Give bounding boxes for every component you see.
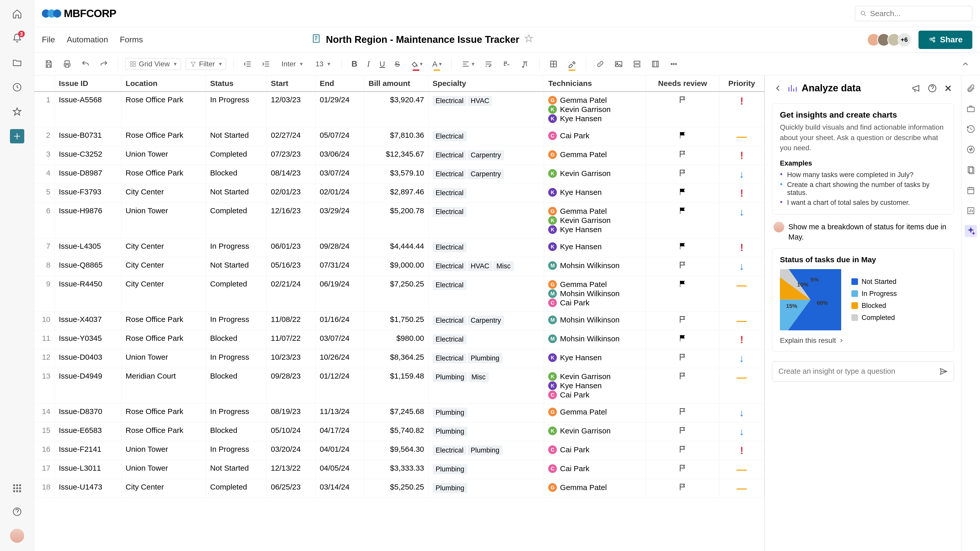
- table-row[interactable]: 2Issue-B0731Rose Office ParkNot Started0…: [34, 127, 764, 146]
- history-icon[interactable]: [965, 123, 977, 135]
- more-collaborators[interactable]: +6: [897, 33, 911, 46]
- format-icon[interactable]: [500, 57, 514, 71]
- svg-rect-12: [313, 35, 319, 42]
- table-row[interactable]: 9Issue-R4450City CenterCompleted02/21/24…: [34, 276, 764, 311]
- highlight-icon[interactable]: [565, 57, 579, 71]
- filter-button[interactable]: Filter: [186, 58, 226, 70]
- svg-point-2: [16, 485, 18, 486]
- avatar-stack[interactable]: +6: [870, 33, 911, 46]
- strikethrough-icon[interactable]: S: [392, 57, 402, 71]
- borders-icon[interactable]: [547, 57, 560, 71]
- menu-file[interactable]: File: [42, 35, 55, 44]
- table-row[interactable]: 15Issue-E6583Rose Office ParkBlocked05/1…: [34, 422, 764, 441]
- search-input[interactable]: [870, 9, 967, 18]
- example-3[interactable]: I want a chart of total sales by custome…: [780, 198, 946, 208]
- chart-result-card: Status of tasks due in May 60%15%10%5% N…: [772, 248, 954, 351]
- document-title-text[interactable]: North Region - Maintenance Issue Tracker: [326, 34, 519, 45]
- redo-icon[interactable]: [97, 57, 111, 71]
- recents-icon[interactable]: [10, 80, 24, 94]
- bold-icon[interactable]: B: [349, 57, 360, 71]
- insight-input[interactable]: [778, 367, 939, 375]
- insert-row-icon[interactable]: [630, 57, 644, 71]
- image-icon[interactable]: [612, 57, 625, 71]
- menu-automation[interactable]: Automation: [67, 35, 108, 44]
- user-avatar[interactable]: [10, 528, 25, 543]
- table-row[interactable]: 18Issue-U1473City CenterCompleted06/25/2…: [34, 479, 764, 498]
- font-size-selector[interactable]: 13: [311, 59, 334, 70]
- table-row[interactable]: 1Issue-A5568Rose Office ParkIn Progress1…: [34, 92, 764, 127]
- docs-icon[interactable]: [965, 164, 977, 176]
- pie-chart: 60%15%10%5%: [780, 269, 841, 330]
- example-1[interactable]: How many tasks were completed in July?: [780, 170, 946, 180]
- font-selector[interactable]: Inter: [277, 59, 307, 70]
- save-icon[interactable]: [42, 57, 56, 71]
- svg-point-8: [16, 491, 18, 492]
- notifications-icon[interactable]: 3: [10, 31, 24, 45]
- insights-intro-card: Get insights and create charts Quickly b…: [772, 103, 954, 214]
- more-icon[interactable]: [667, 57, 681, 71]
- ai-sparkle-icon[interactable]: [965, 225, 977, 237]
- text-color-icon[interactable]: A: [430, 57, 444, 71]
- data-grid[interactable]: Issue IDLocationStatusStartEndBill amoun…: [34, 76, 765, 551]
- undo-icon[interactable]: [79, 57, 92, 71]
- table-row[interactable]: 16Issue-F2141Union TowerIn Progress03/20…: [34, 441, 764, 460]
- example-2[interactable]: Create a chart showing the number of tas…: [780, 180, 946, 198]
- table-row[interactable]: 7Issue-L4305City CenterIn Progress06/01/…: [34, 238, 764, 257]
- view-selector[interactable]: Grid View: [125, 58, 181, 70]
- collapse-toolbar-icon[interactable]: [959, 57, 972, 71]
- table-row[interactable]: 17Issue-L3011Union TowerNot Started12/13…: [34, 460, 764, 479]
- insight-input-box[interactable]: [772, 361, 954, 382]
- bucket-color-icon[interactable]: [407, 57, 425, 71]
- print-icon[interactable]: [60, 57, 74, 71]
- left-nav-rail: 3: [0, 0, 34, 551]
- outdent-icon[interactable]: [241, 57, 255, 71]
- table-row[interactable]: 3Issue-C3252Union TowerCompleted07/23/23…: [34, 146, 764, 165]
- wrap-icon[interactable]: [482, 57, 495, 71]
- table-row[interactable]: 14Issue-D8370Rose Office ParkIn Progress…: [34, 403, 764, 422]
- help-icon[interactable]: [10, 505, 24, 519]
- apps-icon[interactable]: [10, 481, 24, 495]
- align-icon[interactable]: [459, 57, 477, 71]
- table-row[interactable]: 8Issue-Q8865City CenterNot Started05/16/…: [34, 257, 764, 276]
- chart-title: Status of tasks due in May: [780, 256, 946, 264]
- attachments-icon[interactable]: [965, 82, 977, 94]
- reports-icon[interactable]: [965, 205, 977, 217]
- table-row[interactable]: 11Issue-Y0345Rose Office ParkBlocked11/0…: [34, 330, 764, 349]
- table-row[interactable]: 4Issue-D8987Rose Office ParkBlocked08/14…: [34, 165, 764, 184]
- back-icon[interactable]: [773, 83, 783, 93]
- panel-help-icon[interactable]: [928, 83, 937, 93]
- menu-forms[interactable]: Forms: [120, 35, 143, 44]
- calendar-icon[interactable]: [965, 184, 977, 197]
- close-icon[interactable]: [943, 83, 953, 93]
- send-icon[interactable]: [939, 367, 948, 376]
- home-icon[interactable]: [10, 6, 24, 21]
- share-button[interactable]: Share: [918, 30, 972, 49]
- folder-icon[interactable]: [10, 56, 24, 70]
- clear-format-icon[interactable]: [518, 57, 532, 71]
- megaphone-icon[interactable]: [912, 83, 921, 93]
- link-icon[interactable]: [593, 57, 607, 71]
- star-icon[interactable]: [524, 34, 534, 46]
- italic-icon[interactable]: I: [364, 57, 372, 71]
- table-row[interactable]: 10Issue-X4037Rose Office ParkIn Progress…: [34, 311, 764, 330]
- explain-result-link[interactable]: Explain this result: [780, 337, 946, 345]
- favorites-icon[interactable]: [10, 105, 24, 119]
- table-row[interactable]: 12Issue-D0403Union TowerIn Progress10/23…: [34, 349, 764, 368]
- brand-name: MBFCORP: [64, 7, 116, 20]
- table-row[interactable]: 13Issue-D4949Meridian CourtBlocked09/28/…: [34, 368, 764, 403]
- content-area: Issue IDLocationStatusStartEndBill amoun…: [34, 76, 980, 551]
- formatting-toolbar: Grid View Filter Inter 13 B I U S A: [34, 52, 980, 76]
- indent-icon[interactable]: [259, 57, 273, 71]
- columns-icon[interactable]: [649, 57, 662, 71]
- table-row[interactable]: 6Issue-H9876Union TowerCompleted12/16/23…: [34, 203, 764, 238]
- global-search[interactable]: [855, 6, 972, 21]
- svg-point-11: [861, 11, 865, 15]
- table-row[interactable]: 5Issue-F3793City CenterNot Started02/01/…: [34, 184, 764, 203]
- create-button[interactable]: [10, 129, 24, 143]
- activity-icon[interactable]: [965, 143, 977, 156]
- svg-point-6: [19, 488, 21, 489]
- share-label: Share: [940, 35, 963, 44]
- briefcase-icon[interactable]: [965, 103, 977, 115]
- brand-logo[interactable]: MBFCORP: [42, 7, 116, 20]
- underline-icon[interactable]: U: [377, 57, 388, 71]
